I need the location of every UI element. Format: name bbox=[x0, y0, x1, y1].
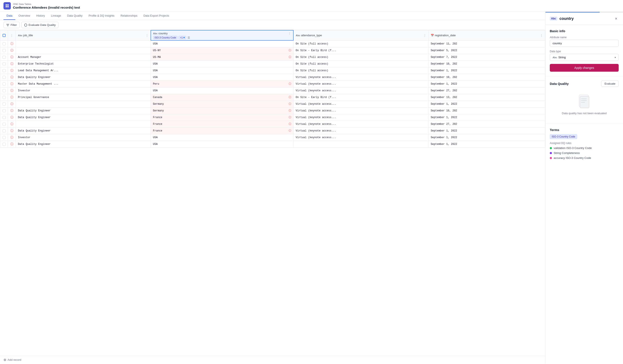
row-registration-date-cell[interactable]: September 1, 2022 bbox=[428, 67, 545, 74]
row-country-cell[interactable]: USA bbox=[151, 67, 293, 74]
row-registration-date-cell[interactable]: September 7, 2022 bbox=[428, 54, 545, 61]
row-job-title-cell[interactable]: Investor bbox=[16, 134, 151, 141]
add-record-footer[interactable]: ⊕ Add record bbox=[0, 356, 545, 364]
row-attendance-cell[interactable]: On Site (full access) bbox=[293, 61, 428, 67]
row-country-cell[interactable]: France ⓘ bbox=[151, 121, 293, 127]
data-type-select[interactable]: Abc String ▾ bbox=[550, 54, 619, 61]
row-attendance-cell[interactable]: On Site - Early Bird (f... bbox=[293, 94, 428, 101]
row-checkbox[interactable] bbox=[2, 83, 6, 86]
tab-lineage[interactable]: Lineage bbox=[48, 12, 64, 20]
row-checkbox[interactable] bbox=[2, 123, 6, 126]
row-checkbox[interactable] bbox=[2, 136, 6, 139]
row-registration-date-cell[interactable]: September 27, 202 bbox=[428, 87, 545, 94]
row-checkbox[interactable] bbox=[2, 42, 6, 45]
attr-name-input[interactable] bbox=[550, 40, 619, 47]
tab-overview[interactable]: Overview bbox=[15, 12, 33, 20]
row-job-title-cell[interactable]: Data Quality Engineer bbox=[16, 107, 151, 114]
tab-data-export[interactable]: Data Export Projects bbox=[140, 12, 172, 20]
row-country-cell[interactable]: France ⓘ bbox=[151, 127, 293, 134]
col-job-title-menu-icon[interactable]: ⋮ bbox=[146, 34, 148, 37]
panel-close-button[interactable]: × bbox=[614, 16, 619, 21]
row-country-cell[interactable]: Germany ⓘ bbox=[151, 101, 293, 107]
row-checkbox[interactable] bbox=[2, 129, 6, 132]
row-country-cell[interactable]: USA bbox=[151, 61, 293, 67]
row-country-cell[interactable]: Peru ⓘ bbox=[151, 81, 293, 87]
row-job-title-cell[interactable]: Account Manager bbox=[16, 54, 151, 61]
row-registration-date-cell[interactable]: September 27, 202 bbox=[428, 121, 545, 127]
row-checkbox[interactable] bbox=[2, 69, 6, 72]
row-attendance-cell[interactable]: Virtual (keynote access... bbox=[293, 114, 428, 121]
row-registration-date-cell[interactable]: September 1, 2022 bbox=[428, 134, 545, 141]
evaluate-dq-button[interactable]: Evaluate Data Quality bbox=[22, 22, 59, 28]
col-dots-icon[interactable]: ⋮ bbox=[9, 34, 14, 37]
row-registration-date-cell[interactable]: September 11, 202 bbox=[428, 40, 545, 47]
row-attendance-cell[interactable]: Virtual (keynote access... bbox=[293, 87, 428, 94]
row-job-title-cell[interactable]: Master Data Management ... bbox=[16, 81, 151, 87]
col-reg-date-menu-icon[interactable]: ⋮ bbox=[540, 34, 543, 37]
row-attendance-cell[interactable] bbox=[293, 141, 428, 148]
row-attendance-cell[interactable]: Virtual (keynote access... bbox=[293, 101, 428, 107]
row-job-title-cell[interactable]: Data Quality Engineer bbox=[16, 74, 151, 81]
tab-data-quality[interactable]: Data Quality bbox=[64, 12, 86, 20]
row-checkbox[interactable] bbox=[2, 96, 6, 99]
row-checkbox[interactable] bbox=[2, 143, 6, 146]
row-registration-date-cell[interactable]: September 10, 202 bbox=[428, 74, 545, 81]
col-header-country[interactable]: Abc country ⋮ ISO-3 Country Code +1 ☰ bbox=[151, 30, 293, 40]
checkbox-all[interactable] bbox=[2, 34, 6, 37]
plus-tag[interactable]: +1 bbox=[178, 36, 186, 39]
row-checkbox[interactable] bbox=[2, 49, 6, 52]
row-registration-date-cell[interactable]: September 1, 2022 bbox=[428, 127, 545, 134]
row-attendance-cell[interactable]: Virtual (keynote access... bbox=[293, 81, 428, 87]
row-attendance-cell[interactable]: On Site - Early Bird (f... bbox=[293, 47, 428, 54]
row-checkbox[interactable] bbox=[2, 62, 6, 65]
row-country-cell[interactable]: USA bbox=[151, 40, 293, 47]
row-checkbox[interactable] bbox=[2, 76, 6, 79]
row-country-cell[interactable]: Germany ⓘ bbox=[151, 107, 293, 114]
row-country-cell[interactable]: France ⓘ bbox=[151, 114, 293, 121]
row-job-title-cell[interactable]: Enterprise Technologist bbox=[16, 61, 151, 67]
row-attendance-cell[interactable]: Virtual (keynote access... bbox=[293, 107, 428, 114]
table-container[interactable]: ⋮ Abc job_title ⋮ bbox=[0, 30, 545, 356]
row-attendance-cell[interactable]: Virtual (keynote access... bbox=[293, 127, 428, 134]
row-registration-date-cell[interactable]: September 1, 2022 bbox=[428, 114, 545, 121]
row-attendance-cell[interactable]: Virtual (keynote access... bbox=[293, 134, 428, 141]
row-attendance-cell[interactable]: Virtual (keynote access... bbox=[293, 74, 428, 81]
list-check-icon[interactable]: ☰ bbox=[187, 36, 190, 39]
row-country-cell[interactable]: USA bbox=[151, 134, 293, 141]
tab-profile-dq[interactable]: Profile & DQ insights bbox=[86, 12, 117, 20]
row-country-cell[interactable]: USA bbox=[151, 141, 293, 148]
row-job-title-cell[interactable] bbox=[16, 40, 151, 47]
row-registration-date-cell[interactable]: September 1, 2022 bbox=[428, 81, 545, 87]
row-job-title-cell[interactable]: Principal Governance bbox=[16, 94, 151, 101]
row-checkbox[interactable] bbox=[2, 109, 6, 112]
row-checkbox[interactable] bbox=[2, 89, 6, 92]
row-job-title-cell[interactable]: Data Quality Engineer bbox=[16, 127, 151, 134]
row-attendance-cell[interactable]: On Site (full access) bbox=[293, 40, 428, 47]
tab-relationships[interactable]: Relationships bbox=[117, 12, 140, 20]
row-country-cell[interactable]: US-MA ⓘ bbox=[151, 54, 293, 61]
row-country-cell[interactable]: USA bbox=[151, 87, 293, 94]
row-country-cell[interactable]: US-NY ⓘ bbox=[151, 47, 293, 54]
row-job-title-cell[interactable]: Investor bbox=[16, 87, 151, 94]
tab-data[interactable]: Data bbox=[3, 12, 15, 20]
row-job-title-cell[interactable]: Data Quality Engineer bbox=[16, 114, 151, 121]
row-job-title-cell[interactable] bbox=[16, 101, 151, 107]
col-attendance-menu-icon[interactable]: ⋮ bbox=[423, 34, 426, 37]
row-registration-date-cell[interactable]: September 13, 202 bbox=[428, 94, 545, 101]
row-country-cell[interactable]: Canada ⓘ bbox=[151, 94, 293, 101]
row-checkbox[interactable] bbox=[2, 56, 6, 59]
row-registration-date-cell[interactable]: September 10, 202 bbox=[428, 61, 545, 67]
row-country-cell[interactable]: USA bbox=[151, 74, 293, 81]
term-badge[interactable]: ISO-3 Country Code bbox=[550, 134, 577, 139]
row-checkbox[interactable] bbox=[2, 116, 6, 119]
row-job-title-cell[interactable] bbox=[16, 47, 151, 54]
row-registration-date-cell[interactable]: September 1, 2022 bbox=[428, 101, 545, 107]
row-checkbox[interactable] bbox=[2, 103, 6, 106]
iso-tag[interactable]: ISO-3 Country Code bbox=[153, 36, 178, 39]
row-registration-date-cell[interactable]: September 10, 202 bbox=[428, 107, 545, 114]
row-attendance-cell[interactable]: On Site (full access) bbox=[293, 67, 428, 74]
tab-history[interactable]: History bbox=[33, 12, 48, 20]
row-registration-date-cell[interactable]: September 5, 2022 bbox=[428, 47, 545, 54]
row-registration-date-cell[interactable]: September 1, 2022 bbox=[428, 141, 545, 148]
row-job-title-cell[interactable]: Data Quality Engineer bbox=[16, 141, 151, 148]
